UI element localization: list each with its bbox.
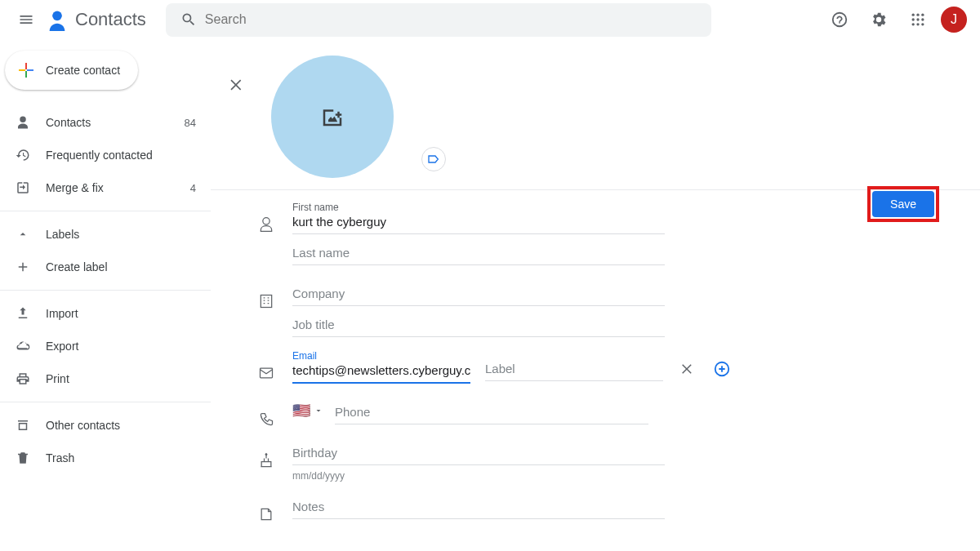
- sidebar: Create contact Contacts 84 Frequently co…: [0, 39, 211, 551]
- cloud-upload-icon: [16, 339, 30, 353]
- history-icon: [16, 148, 30, 162]
- app-name: Contacts: [75, 9, 146, 30]
- sidebar-item-create-label[interactable]: Create label: [0, 251, 211, 283]
- note-icon: [258, 506, 274, 522]
- apps-grid-icon: [910, 11, 926, 28]
- svg-point-1: [912, 14, 915, 16]
- email-input[interactable]: [292, 362, 470, 382]
- person-outline-icon: [258, 216, 274, 233]
- last-name-input[interactable]: [292, 244, 665, 264]
- menu-icon: [18, 11, 34, 28]
- phone-field[interactable]: [335, 397, 648, 424]
- mail-icon: [258, 365, 274, 381]
- sidebar-item-print[interactable]: Print: [0, 362, 211, 395]
- close-button[interactable]: [220, 69, 253, 101]
- create-plus-icon: [16, 60, 36, 80]
- add-photo-button[interactable]: [271, 56, 394, 178]
- company-input[interactable]: [292, 285, 665, 305]
- svg-point-3: [921, 14, 924, 16]
- first-name-field[interactable]: First name: [292, 202, 665, 234]
- sidebar-item-trash[interactable]: Trash: [0, 442, 211, 474]
- svg-rect-11: [261, 368, 273, 378]
- trash-icon: [16, 451, 30, 465]
- sidebar-item-frequent[interactable]: Frequently contacted: [0, 139, 211, 171]
- merge-icon: [16, 180, 30, 195]
- divider: [0, 402, 211, 402]
- phone-country-select[interactable]: 🇺🇸: [292, 402, 323, 420]
- person-icon: [16, 115, 30, 130]
- email-field[interactable]: Email: [292, 350, 470, 384]
- company-field[interactable]: [292, 278, 665, 306]
- phone-icon: [258, 411, 274, 428]
- svg-point-6: [921, 18, 924, 20]
- apps-button[interactable]: [902, 3, 934, 36]
- job-title-input[interactable]: [292, 316, 665, 336]
- email-label-field[interactable]: [485, 353, 663, 381]
- last-name-field[interactable]: [292, 238, 665, 265]
- label-icon: [427, 153, 440, 166]
- notes-input[interactable]: [292, 498, 665, 518]
- birthday-input[interactable]: [292, 444, 665, 464]
- email-label-input[interactable]: [485, 360, 663, 380]
- svg-point-7: [912, 23, 915, 25]
- birthday-hint: mm/dd/yyyy: [292, 470, 665, 482]
- app-logo[interactable]: Contacts: [46, 7, 146, 32]
- search-icon: [180, 11, 197, 28]
- close-icon: [680, 362, 695, 376]
- sidebar-item-merge-fix[interactable]: Merge & fix 4: [0, 171, 211, 204]
- job-title-field[interactable]: [292, 309, 665, 337]
- save-highlight: Save: [867, 186, 939, 222]
- notes-field[interactable]: [292, 491, 665, 519]
- edit-contact-panel: Save First name: [211, 39, 980, 551]
- svg-rect-10: [261, 295, 271, 308]
- upload-icon: [16, 306, 30, 321]
- svg-point-2: [916, 14, 919, 16]
- create-contact-button[interactable]: Create contact: [5, 51, 138, 90]
- create-contact-label: Create contact: [46, 64, 120, 77]
- gear-icon: [870, 11, 888, 29]
- account-avatar[interactable]: J: [941, 7, 967, 33]
- svg-point-5: [916, 18, 919, 20]
- phone-input[interactable]: [335, 403, 648, 424]
- chevron-up-icon: [16, 228, 29, 241]
- help-button[interactable]: [823, 3, 856, 36]
- sidebar-item-other-contacts[interactable]: Other contacts: [0, 409, 211, 442]
- search-bar[interactable]: [166, 3, 711, 37]
- add-photo-icon: [320, 104, 345, 129]
- plus-icon: [16, 260, 30, 274]
- flag-icon: 🇺🇸: [292, 402, 310, 420]
- birthday-field[interactable]: [292, 438, 665, 465]
- clear-email-button[interactable]: [678, 359, 697, 379]
- building-icon: [258, 293, 274, 309]
- cake-icon: [258, 452, 274, 469]
- help-icon: [831, 11, 849, 29]
- first-name-input[interactable]: [292, 213, 665, 233]
- svg-point-0: [52, 11, 62, 21]
- main-menu-button[interactable]: [7, 0, 46, 39]
- labels-header[interactable]: Labels: [0, 218, 211, 251]
- print-icon: [16, 371, 30, 386]
- contacts-logo-icon: [46, 7, 69, 32]
- archive-icon: [16, 418, 30, 433]
- svg-point-4: [912, 18, 915, 20]
- add-email-button[interactable]: [712, 359, 732, 379]
- svg-point-9: [921, 23, 924, 25]
- svg-point-8: [916, 23, 919, 25]
- plus-circle-icon: [713, 360, 731, 378]
- dropdown-icon: [314, 406, 323, 415]
- sidebar-item-import[interactable]: Import: [0, 297, 211, 330]
- divider: [0, 290, 211, 291]
- search-input[interactable]: [205, 12, 705, 27]
- save-button[interactable]: Save: [872, 191, 934, 217]
- label-button[interactable]: [421, 147, 446, 171]
- sidebar-item-contacts[interactable]: Contacts 84: [0, 106, 211, 139]
- close-icon: [229, 77, 245, 93]
- divider: [0, 211, 211, 211]
- sidebar-item-export[interactable]: Export: [0, 330, 211, 362]
- settings-button[interactable]: [862, 3, 895, 36]
